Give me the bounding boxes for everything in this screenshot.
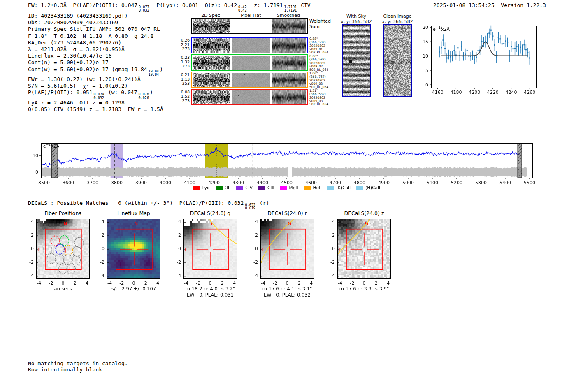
stacked-uncertainty: 0.0520.019 xyxy=(245,203,255,210)
cutout-ytick: 4 xyxy=(95,219,105,224)
spec2d-left-value: 273 xyxy=(173,99,190,103)
detection-info-block: ID: 4023433169 (4023433169.pdf)Obs: 2022… xyxy=(28,13,163,113)
cutout-overlay xyxy=(184,219,237,279)
text-segment: S/N = 5.6(±0.5) χ² = 1.0(±0.2) xyxy=(28,83,128,89)
cutout-ytick: 2 xyxy=(24,232,34,238)
stacked-uncertainty: 0.0770.032 xyxy=(139,5,149,12)
cutout-ytick: 4 xyxy=(325,219,335,224)
legend-swatch xyxy=(280,186,287,190)
line-legend: LyαOIICIVCIIIMgIIHeII(K)CaII(H)CaII xyxy=(41,183,532,191)
text-segment: P(LAE)/P(OII): 0.051 xyxy=(28,89,93,95)
cutout-xtick: -4 xyxy=(105,281,114,286)
info-line: P(LAE)/P(OII): 0.0510.0790.032 (w: 0.047… xyxy=(28,89,163,99)
cutout-xtick: 0 xyxy=(205,281,215,286)
cutout-caption: m:17.6 re:3.9" s:3.9" xyxy=(319,286,409,292)
legend-swatch xyxy=(216,186,223,190)
legend-swatch xyxy=(304,186,311,190)
cutout-ytick: 4 xyxy=(248,219,258,224)
weighted-sum-label-line: Sum xyxy=(309,24,331,30)
uncertainty-lo: 0.42 xyxy=(238,9,246,12)
info-line: Cont(w) = 5.60(±0.02)e-17 (gmag 19.8419.… xyxy=(28,66,163,76)
spec2d-left-value: 0.08 xyxy=(173,90,190,95)
footer-note-1: No matching targets in catalog. xyxy=(28,360,128,367)
text-segment: RA,Dec (273.524048,66.290276) xyxy=(28,39,121,46)
info-line: RA,Dec (273.524048,66.290276) xyxy=(28,39,163,46)
cutout-ytick: -4 xyxy=(171,273,181,278)
legend-item-kcaii: (K)CaII xyxy=(327,185,351,190)
cutout-xtick: 2 xyxy=(371,281,381,286)
cutout-xtick: -4 xyxy=(335,281,345,286)
text-segment: Primary Spec_Slot_IFU_AMP: 502_070_047_R… xyxy=(28,26,160,32)
cutout-ytick: -4 xyxy=(24,273,34,278)
legend-label: OII xyxy=(225,185,230,190)
text-segment: Obs: 20220802v009_4023433169 xyxy=(28,19,118,26)
info-line: F=1.8" T=0.102 N=1.18 A=0.80 g=24.8 xyxy=(28,33,163,39)
cutout-xtick: -2 xyxy=(117,281,127,286)
cutout-xtick: 2 xyxy=(141,281,151,286)
spec2d-left-value: 0.26 xyxy=(173,38,190,43)
cutout-ytick: 0 xyxy=(248,246,258,251)
spec2d-row-right-labels: 1.06"(368, 767)20220802v009_03502_RL_064 xyxy=(309,72,338,89)
spec2d-row-left-labels: 0.231.32273 xyxy=(173,56,190,69)
with-sky-cutout xyxy=(342,24,371,97)
text-segment: Cont(n) = 5.00(±0.12)e-17 xyxy=(28,59,109,65)
legend-label: HeII xyxy=(313,185,322,190)
spec2d-left-value: 0.23 xyxy=(173,56,190,60)
legend-item-oii: OII xyxy=(216,185,230,190)
info-line: ID: 4023433169 (4023433169.pdf) xyxy=(28,13,163,19)
cutout-xtick: 2 xyxy=(217,281,227,286)
clean-image-cutout xyxy=(383,24,412,97)
cutout-xtick: 0 xyxy=(359,281,369,286)
legend-item-ly: Lyα xyxy=(193,185,210,190)
spec2d-row xyxy=(191,72,308,88)
cutout-ytick: 4 xyxy=(24,219,34,224)
text-segment: F=1.8" T=0.102 N=1.18 A=0.80 g=24.8 xyxy=(28,33,153,39)
stacked-uncertainty: 19.8419.84 xyxy=(149,70,159,76)
cutout-xtick: 0 xyxy=(129,281,139,286)
stacked-uncertainty: 0.420.42 xyxy=(238,5,246,12)
info-line: Cont(n) = 5.00(±0.12)e-17 xyxy=(28,59,163,66)
legend-label: MgII xyxy=(289,185,298,190)
text-segment: z: 1.7191 xyxy=(248,2,283,8)
legend-swatch xyxy=(356,186,363,190)
spec2d-row xyxy=(191,89,308,105)
text-segment: (r) xyxy=(256,200,269,206)
stacked-uncertainty: 1.71911.7191 xyxy=(284,5,297,12)
cutout-title: Fiber Positions xyxy=(26,210,100,216)
legend-item-mgii: MgII xyxy=(280,185,298,190)
legend-swatch xyxy=(258,186,265,190)
cutout-ytick: -4 xyxy=(325,273,335,278)
legend-label: (H)CaII xyxy=(365,185,380,190)
cutout-xtick: -4 xyxy=(34,281,44,286)
text-segment: (w: 0.047 xyxy=(105,89,137,95)
legend-swatch xyxy=(193,186,200,190)
spec2d-left-value: 0.21 xyxy=(173,73,190,77)
footer-note-2: Row intentionally blank. xyxy=(28,366,105,373)
text-segment: ID: 4023433169 (4023433169.pdf) xyxy=(28,13,128,19)
cutout-ytick: 0 xyxy=(24,246,34,251)
spec2d-right-value: 502_RL_064 xyxy=(309,103,338,106)
text-segment: EW: 1.2±0.3Å P(LAE)/P(OII): 0.047 xyxy=(28,2,137,8)
summary-header-line: EW: 1.2±0.3Å P(LAE)/P(OII): 0.0470.0770.… xyxy=(28,2,311,12)
decals-match-line: DECaLS : Possible Matches = 0 (within +/… xyxy=(28,200,269,210)
cutout-frame xyxy=(36,219,90,279)
text-segment: λ = 4211.82Å σ = 3.82(±0.95)Å xyxy=(28,46,125,52)
stacked-uncertainty: 0.0790.032 xyxy=(94,93,105,99)
info-line: S/N = 5.6(±0.5) χ² = 1.0(±0.2) xyxy=(28,83,163,89)
legend-label: Lyα xyxy=(202,185,210,190)
uncertainty-lo: 1.7191 xyxy=(284,9,297,12)
cutout-ytick: -2 xyxy=(248,260,258,265)
cutout-xtick: 0 xyxy=(282,281,292,286)
cutout-ytick: 2 xyxy=(171,232,181,238)
legend-item-ciii: CIII xyxy=(258,185,274,190)
text-segment: LyA z = 2.4646 OII z = 0.1298 xyxy=(28,100,125,106)
spec2d-row-left-labels: 0.081.52273 xyxy=(173,90,190,103)
info-line: Obs: 20220802v009_4023433169 xyxy=(28,19,163,26)
spec2d-left-value: 253 xyxy=(173,81,190,86)
info-line: LineFlux = 2.30(±0.47)e-16 xyxy=(28,53,163,59)
spec2d-row xyxy=(191,37,308,53)
cutout-ytick: 0 xyxy=(95,246,105,251)
info-line: LyA z = 2.4646 OII z = 0.1298 xyxy=(28,100,163,106)
cutout-xtick: -2 xyxy=(193,281,203,286)
cutout-frame xyxy=(260,219,314,279)
